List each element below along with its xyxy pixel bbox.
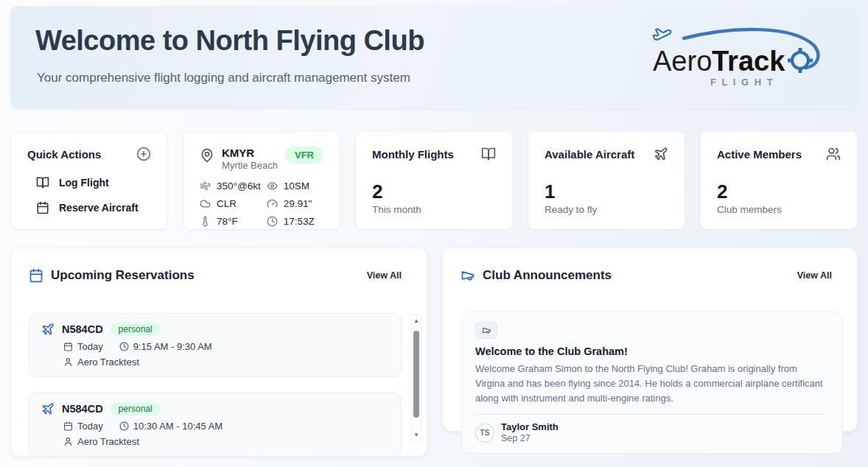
wind-icon — [200, 180, 211, 192]
weather-card: KMYR Myrtle Beach VFR 350°@6kt 10SM CLR — [183, 131, 340, 230]
compass-icon — [788, 48, 813, 73]
aerotrack-logo: Aero Track F L I G H T — [637, 24, 830, 91]
active-members-value: 2 — [717, 182, 841, 201]
reservation-tail-number: N584CD — [62, 403, 103, 415]
reservation-time: 10:30 AM - 10:45 AM — [133, 421, 223, 432]
available-aircraft-value: 1 — [545, 182, 668, 201]
announcements-view-all-button[interactable]: View All — [790, 266, 839, 285]
announcement-author: Taylor Smith — [501, 421, 559, 433]
logo-plane-icon — [653, 29, 671, 39]
upcoming-reservations-panel: Upcoming Reservations View All N584CD pe… — [10, 247, 427, 457]
log-flight-label: Log Flight — [59, 177, 109, 189]
megaphone-icon — [482, 326, 491, 335]
user-icon — [63, 437, 73, 446]
monthly-flights-value: 2 — [372, 182, 496, 201]
reserve-aircraft-label: Reserve Aircraft — [59, 202, 139, 214]
club-announcements-panel: Club Announcements View All Welcome to t… — [442, 247, 858, 432]
eye-icon — [267, 180, 278, 192]
reservations-view-all-button[interactable]: View All — [360, 266, 409, 285]
book-open-icon — [481, 147, 496, 161]
calendar-icon — [63, 342, 73, 351]
dashboard-page: Welcome to North Flying Club Your compre… — [0, 0, 868, 467]
weather-station: KMYR — [222, 147, 278, 159]
flight-category-badge: VFR — [285, 147, 323, 164]
log-flight-action[interactable]: Log Flight — [27, 170, 151, 195]
avatar: TS — [475, 424, 494, 443]
hero-banner: Welcome to North Flying Club Your compre… — [10, 6, 858, 109]
book-open-icon — [36, 176, 49, 189]
logo-text-track: Track — [712, 46, 785, 77]
reserve-aircraft-action[interactable]: Reserve Aircraft — [27, 195, 151, 220]
calendar-icon — [63, 421, 73, 431]
visibility-value: 10SM — [284, 180, 309, 192]
gauge-icon — [267, 198, 278, 209]
clock-icon — [119, 342, 129, 351]
announcements-title: Club Announcements — [483, 268, 612, 283]
active-members-card: Active Members 2 Club members — [700, 131, 858, 230]
reservations-title: Upcoming Reservations — [51, 268, 195, 283]
reservation-member: Aero Tracktest — [77, 436, 139, 447]
announcement-item: Welcome to the Club Graham! Welcome Grah… — [461, 312, 843, 454]
clock-icon — [119, 421, 129, 431]
obs-time-cell: 17:53Z — [267, 216, 323, 227]
scroll-down-icon[interactable]: ▼ — [412, 431, 421, 440]
divider — [475, 414, 829, 415]
monthly-flights-label: This month — [372, 204, 496, 215]
altimeter-cell: 29.91" — [267, 198, 323, 209]
megaphone-icon — [461, 268, 475, 283]
visibility-cell: 10SM — [267, 180, 323, 192]
scroll-up-icon[interactable]: ▲ — [412, 317, 421, 326]
reservation-member: Aero Tracktest — [77, 357, 139, 368]
announcement-title: Welcome to the Club Graham! — [475, 345, 829, 357]
map-pin-icon — [200, 148, 214, 163]
reservation-type-badge: personal — [111, 323, 161, 336]
sky-cell: CLR — [200, 198, 261, 209]
stats-row: Quick Actions Log Flight Reserve Aircraf… — [10, 131, 858, 230]
plus-circle-icon[interactable] — [136, 147, 151, 161]
calendar-icon — [29, 268, 43, 283]
clock-icon — [267, 216, 278, 227]
announcement-body: Welcome Graham Simon to the North Flying… — [475, 362, 829, 406]
reservation-type-badge: personal — [111, 402, 161, 415]
user-icon — [63, 357, 73, 367]
announcement-date: Sep 27 — [501, 433, 559, 444]
obs-time-value: 17:53Z — [284, 216, 315, 227]
monthly-flights-card: Monthly Flights 2 This month — [355, 131, 513, 230]
announcement-chip — [475, 322, 497, 339]
reservations-list: N584CD personal Today 9:15 AM - 9:30 AM … — [29, 313, 402, 457]
logo-text-flight: F L I G H T — [710, 77, 774, 88]
users-icon — [826, 147, 841, 161]
plane-icon — [41, 323, 55, 336]
active-members-title: Active Members — [717, 148, 802, 161]
calendar-icon — [36, 201, 49, 214]
quick-actions-card: Quick Actions Log Flight Reserve Aircraf… — [10, 131, 168, 230]
thermometer-icon — [200, 216, 211, 227]
active-members-label: Club members — [717, 204, 841, 215]
wind-value: 350°@6kt — [217, 180, 261, 192]
available-aircraft-title: Available Aircraft — [545, 148, 634, 161]
scrollbar-thumb[interactable] — [413, 331, 419, 418]
plane-icon — [41, 402, 55, 415]
reservation-tail-number: N584CD — [62, 323, 103, 335]
reservation-item[interactable]: N584CD personal Today 10:30 AM - 10:45 A… — [29, 393, 402, 457]
page-title: Welcome to North Flying Club — [35, 25, 424, 57]
temperature-value: 78°F — [217, 216, 238, 227]
altimeter-value: 29.91" — [284, 198, 312, 209]
logo-text-aero: Aero — [653, 46, 712, 77]
reservation-date: Today — [77, 421, 103, 432]
temperature-cell: 78°F — [200, 216, 261, 227]
reservation-item[interactable]: N584CD personal Today 9:15 AM - 9:30 AM … — [29, 313, 402, 377]
available-aircraft-label: Ready to fly — [545, 204, 668, 215]
plane-icon — [654, 147, 668, 161]
available-aircraft-card: Available Aircraft 1 Ready to fly — [528, 131, 685, 230]
quick-actions-title: Quick Actions — [27, 148, 101, 161]
reservations-scrollbar[interactable]: ▲ ▼ — [411, 315, 421, 442]
reservation-time: 9:15 AM - 9:30 AM — [133, 341, 212, 352]
monthly-flights-title: Monthly Flights — [372, 148, 454, 161]
weather-city: Myrtle Beach — [222, 160, 278, 171]
wind-cell: 350°@6kt — [200, 180, 261, 192]
sky-value: CLR — [217, 198, 237, 209]
cloud-icon — [200, 198, 211, 209]
page-subtitle: Your comprehensive flight logging and ai… — [37, 71, 410, 85]
reservation-date: Today — [77, 341, 103, 352]
